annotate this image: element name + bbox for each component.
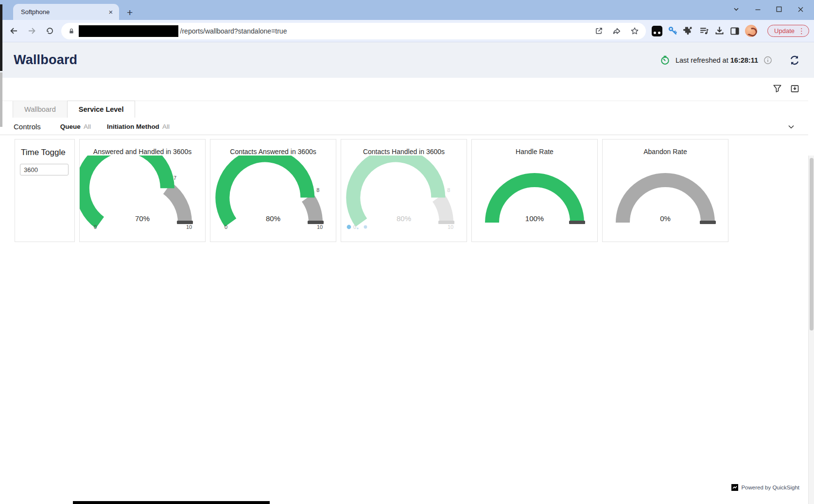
time-toggle-card: Time Toggle [15, 139, 75, 242]
powered-by-quicksight[interactable]: Powered by QuickSight [731, 484, 799, 491]
url-path-text: /reports/wallboard?standalone=true [180, 27, 287, 35]
gauge-axis-min: 0 [225, 224, 227, 230]
filter-queue-value: All [84, 123, 91, 130]
gauge-end-tick [177, 221, 193, 224]
gauge-axis-max: 10 [317, 224, 323, 230]
gauge-card[interactable]: Answered and Handled in 3600s70%7010 [79, 139, 206, 242]
bottom-redaction-bar [73, 501, 270, 504]
tab-search-chevron-icon[interactable] [726, 6, 747, 13]
gauge-threshold-label: 7 [173, 175, 176, 181]
filter-queue[interactable]: Queue All [60, 123, 91, 130]
key-extension-icon[interactable] [668, 26, 678, 36]
redacted-extension-icon[interactable] [652, 26, 662, 36]
gauge-end-tick [700, 221, 716, 224]
gauge-percent-label: 80% [266, 214, 280, 223]
url-bar[interactable]: /reports/wallboard?standalone=true [61, 23, 646, 39]
gauge-axis-min: 0 [94, 224, 97, 230]
refresh-icon[interactable] [789, 54, 800, 66]
page-header: Wallboard Last refreshed at 16:28:11 [0, 42, 814, 78]
browser-toolbar: /reports/wallboard?standalone=true [0, 20, 814, 42]
new-tab-button[interactable]: + [127, 7, 133, 17]
controls-row: Controls Queue All Initiation Method All [0, 119, 808, 135]
gauge-axis-max: 10 [448, 224, 453, 230]
left-edge-artifact-dark [0, 4, 2, 71]
gauge-title: Handle Rate [472, 148, 597, 156]
gauge-chart: 80%8010 [341, 156, 467, 239]
update-button[interactable]: Update ⋮ [767, 25, 809, 37]
filter-initiation-method-value: All [162, 123, 170, 130]
tab-wallboard-label: Wallboard [24, 105, 56, 113]
gauge-card[interactable]: Contacts Handled in 3600s80%8010 [341, 139, 467, 242]
gauge-cards: Answered and Handled in 3600s70%7010Cont… [79, 139, 728, 242]
gauge-title: Contacts Answered in 3600s [210, 148, 336, 156]
gauge-card[interactable]: Contacts Answered in 3600s80%8010 [210, 139, 336, 242]
playlist-extension-icon[interactable] [699, 26, 709, 36]
window-close-button[interactable] [790, 6, 811, 13]
time-toggle-title: Time Toggle [21, 148, 74, 157]
gauge-percent-label: 0% [660, 214, 671, 223]
sheet-tab-bar: Wallboard Service Level [13, 101, 135, 118]
gauge-threshold-label: 8 [447, 187, 450, 193]
filter-initiation-method[interactable]: Initiation Method All [107, 123, 170, 130]
timer-icon [660, 55, 670, 65]
info-icon[interactable] [763, 56, 772, 65]
browser-menu-kebab-icon[interactable]: ⋮ [798, 28, 805, 34]
left-edge-artifact-light [0, 72, 2, 127]
filter-queue-label: Queue [60, 123, 81, 130]
gauge-card[interactable]: Handle Rate100% [471, 139, 598, 242]
gauge-percent-label: 100% [525, 214, 544, 223]
filter-icon[interactable] [773, 84, 782, 93]
browser-tab[interactable]: Softphone × [13, 4, 119, 20]
gauge-percent-label: 80% [397, 214, 411, 223]
controls-title: Controls [14, 122, 41, 131]
vertical-scrollbar[interactable] [808, 156, 814, 504]
update-button-label: Update [774, 27, 795, 35]
gauge-chart: 80%8010 [210, 156, 336, 239]
browser-tab-title: Softphone [21, 8, 50, 16]
back-button[interactable] [7, 24, 21, 38]
gauge-card[interactable]: Abandon Rate0% [602, 139, 728, 242]
open-in-new-icon[interactable] [595, 27, 603, 35]
svg-text:0: 0 [353, 224, 356, 230]
browser-tab-strip: Softphone × + [0, 0, 814, 20]
tab-service-level[interactable]: Service Level [67, 101, 136, 118]
profile-avatar[interactable] [745, 25, 757, 37]
last-refreshed-text: Last refreshed at 16:28:11 [675, 56, 758, 64]
extensions-puzzle-icon[interactable] [683, 26, 693, 36]
tab-service-level-label: Service Level [79, 105, 124, 113]
gauge-end-tick [569, 221, 585, 224]
url-redaction-bar [79, 25, 178, 37]
time-toggle-input[interactable] [20, 164, 69, 175]
gauge-threshold-label: 8 [316, 187, 319, 193]
window-maximize-button[interactable] [768, 6, 790, 12]
gauge-chart: 0% [603, 156, 728, 239]
export-icon[interactable] [790, 84, 799, 93]
reload-button[interactable] [43, 24, 57, 38]
gauge-end-tick [308, 221, 324, 224]
side-panel-icon[interactable] [730, 26, 740, 36]
filter-initiation-method-label: Initiation Method [107, 123, 159, 130]
window-minimize-button[interactable] [747, 6, 768, 13]
gauge-axis-max: 10 [186, 224, 192, 230]
bookmark-star-icon[interactable] [630, 27, 639, 35]
share-icon[interactable] [612, 27, 621, 35]
powered-by-label: Powered by QuickSight [741, 485, 799, 490]
last-refreshed-time: 16:28:11 [730, 56, 758, 64]
lock-icon[interactable] [68, 27, 75, 35]
gauge-percent-label: 70% [135, 214, 150, 223]
tab-close-icon[interactable]: × [106, 8, 115, 17]
page-title: Wallboard [14, 52, 77, 68]
downloads-icon[interactable] [714, 26, 725, 36]
gauge-title: Answered and Handled in 3600s [80, 148, 205, 156]
gauge-end-tick [438, 221, 454, 224]
tab-wallboard[interactable]: Wallboard [13, 101, 67, 118]
gauge-chart: 100% [472, 156, 597, 239]
last-refreshed-prefix: Last refreshed at [675, 56, 728, 64]
cards-row: Time Toggle Answered and Handled in 3600… [15, 139, 728, 242]
dashboard-content: Wallboard Service Level Controls Queue A… [0, 78, 814, 504]
collapse-controls-chevron-icon[interactable] [787, 122, 796, 131]
gauge-chart: 70%7010 [80, 156, 205, 239]
gauge-title: Abandon Rate [603, 148, 728, 156]
forward-button[interactable] [25, 24, 39, 38]
scrollbar-thumb[interactable] [810, 158, 814, 330]
